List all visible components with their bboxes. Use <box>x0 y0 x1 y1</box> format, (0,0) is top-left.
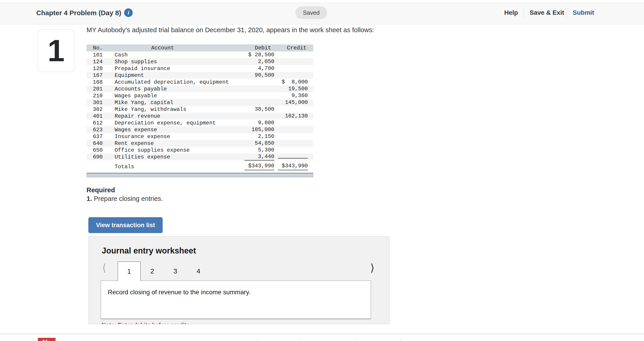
table-row: 612 Depreciation expense, equipment 9,00… <box>86 120 313 126</box>
cell-account-name: Accounts payable <box>108 86 217 92</box>
cell-debit <box>244 83 274 84</box>
col-header-no: No. <box>86 45 108 51</box>
footer-divider-band <box>0 333 644 335</box>
required-heading: Required <box>86 186 115 194</box>
journal-entry-worksheet-panel: Journal entry worksheet ⟨ 1 2 3 4 ⟩ Reco… <box>88 236 390 324</box>
cell-account-no: 201 <box>86 86 108 92</box>
question-number: 1 <box>48 35 64 66</box>
table-row: 201 Accounts payable 19,500 <box>86 86 313 92</box>
table-body: 101 Cash $ 28,500 124 Shop supplies 2,05… <box>86 52 313 160</box>
cell-account-name: Cash <box>108 52 217 58</box>
table-totals-row: Totals $343,990 $343,990 <box>86 160 313 172</box>
cell-credit: 145,000 <box>278 99 308 106</box>
cell-account-name: Mike Yang, capital <box>108 100 217 106</box>
footer-cell-divider <box>400 338 401 341</box>
next-entry-chevron-icon[interactable]: ⟩ <box>370 262 374 274</box>
cell-account-no: 168 <box>86 79 108 85</box>
cell-account-name: Repair revenue <box>108 113 217 119</box>
cell-debit: 105,000 <box>244 127 274 133</box>
worksheet-tab[interactable]: 4 <box>187 261 210 281</box>
entry-instruction-box: Record closing of revenue to the income … <box>100 280 371 319</box>
save-and-exit-link[interactable]: Save & Exit <box>530 9 564 16</box>
worksheet-tab[interactable]: 2 <box>141 261 164 281</box>
cell-account-no: 637 <box>86 134 108 140</box>
cell-credit <box>278 56 308 57</box>
cell-account-name: Accumulated depreciation, equipment <box>108 79 217 85</box>
cell-account-no: 690 <box>86 154 108 160</box>
cell-account-name: Insurance expense <box>108 134 217 140</box>
worksheet-tab[interactable]: 3 <box>164 261 187 281</box>
cell-account-name: Office supplies expense <box>108 147 217 153</box>
table-row: 650 Office supplies expense 5,300 <box>86 147 313 154</box>
cell-credit <box>278 158 308 158</box>
cell-credit: 19,500 <box>278 86 308 92</box>
cell-debit: 3,440 <box>244 154 274 161</box>
totals-credit: $343,990 <box>278 163 308 171</box>
cell-account-name: Depreciation expense, equipment <box>108 120 217 126</box>
col-header-debit: Debit <box>217 45 274 51</box>
help-link[interactable]: Help <box>504 9 518 16</box>
footer-cell-divider <box>301 338 302 341</box>
footer-cell-divider <box>257 338 258 341</box>
cell-account-name: Mike Yang, withdrawals <box>108 106 217 113</box>
worksheet-tab[interactable]: 1 <box>118 261 141 281</box>
cell-account-name: Shop supplies <box>108 59 217 65</box>
cell-credit <box>278 151 308 152</box>
cell-account-name: Rent expense <box>108 140 217 146</box>
cell-credit <box>278 131 308 131</box>
question-number-card: 1 <box>38 30 75 72</box>
footer-cell-divider <box>357 338 357 341</box>
table-row: 167 Equipment 90,500 <box>86 72 313 79</box>
cell-account-no: 101 <box>86 52 108 58</box>
cell-account-no: 612 <box>86 120 108 126</box>
info-icon[interactable]: i <box>124 9 133 17</box>
table-row: 640 Rent expense 54,850 <box>86 140 313 147</box>
cell-credit <box>278 124 308 125</box>
cell-account-no: 124 <box>86 59 108 65</box>
table-row: 128 Prepaid insurance 4,700 <box>86 65 313 72</box>
cell-account-no: 623 <box>86 127 108 133</box>
cell-account-name: Wages payable <box>108 93 217 99</box>
worksheet-tab-label: 2 <box>150 267 154 275</box>
totals-label: Totals <box>108 164 217 170</box>
mcgraw-hill-logo: Mc <box>38 338 56 341</box>
view-transaction-list-button[interactable]: View transaction list <box>88 217 163 233</box>
cell-credit <box>278 144 308 145</box>
cell-debit <box>244 97 274 97</box>
cell-account-no: 640 <box>86 140 108 146</box>
cell-account-name: Equipment <box>108 72 217 79</box>
prev-entry-chevron-icon[interactable]: ⟨ <box>102 262 106 274</box>
problem-intro-text: MY Autobody’s adjusted trial balance on … <box>86 26 472 34</box>
cell-debit: 4,700 <box>244 65 274 72</box>
cell-debit: 9,000 <box>244 120 274 126</box>
totals-debit: $343,990 <box>244 163 274 171</box>
nav-divider <box>567 8 567 18</box>
worksheet-tab-label: 4 <box>196 267 200 275</box>
cell-credit <box>278 110 308 111</box>
saved-status-badge: Saved <box>296 6 327 19</box>
cell-debit: 90,500 <box>244 72 274 79</box>
table-row: 401 Repair revenue 162,130 <box>86 113 313 120</box>
required-item: 1. Prepare closing entries. <box>86 195 163 202</box>
table-row: 301 Mike Yang, capital 145,000 <box>86 99 313 106</box>
table-header-row: No. Account Debit Credit <box>86 45 313 52</box>
cell-debit: 5,300 <box>244 147 274 154</box>
entry-instruction-text: Record closing of revenue to the income … <box>108 289 250 296</box>
cell-account-name: Utilities expense <box>108 154 217 160</box>
required-item-text: Prepare closing entries. <box>92 195 163 202</box>
cell-debit: $ 28,500 <box>244 52 274 58</box>
col-header-credit: Credit <box>274 45 313 51</box>
cell-credit <box>278 63 308 63</box>
cell-debit: 38,500 <box>244 106 274 113</box>
cell-account-no: 167 <box>86 72 108 79</box>
cell-account-no: 301 <box>86 100 108 106</box>
table-row: 210 Wages payable 9,360 <box>86 92 313 99</box>
table-row: 690 Utilities expense 3,440 <box>86 154 313 160</box>
cell-debit: 54,850 <box>244 140 274 147</box>
table-row: 124 Shop supplies 2,050 <box>86 58 313 65</box>
table-horizontal-scrollbar[interactable] <box>86 173 313 177</box>
submit-link[interactable]: Submit <box>573 9 594 16</box>
page-title: Chapter 4 Problem (Day 8) <box>36 9 121 17</box>
table-row: 637 Insurance expense 2,150 <box>86 133 313 140</box>
worksheet-tab-bar: 1 2 3 4 <box>118 261 210 282</box>
